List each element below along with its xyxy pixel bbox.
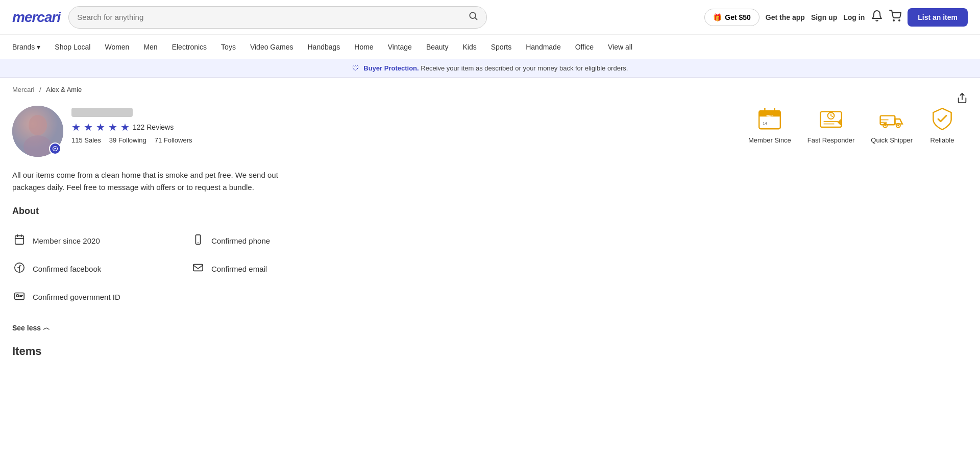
nav-item-home[interactable]: Home xyxy=(354,43,373,51)
buyer-protection-banner: 🛡 Buyer Protection. Receive your item as… xyxy=(0,59,980,78)
see-less-label: See less xyxy=(12,324,41,332)
badge-fast-responder: Fast Responder xyxy=(807,106,855,145)
about-confirmed-email-label: Confirmed email xyxy=(211,265,267,273)
following-count[interactable]: 39 Following xyxy=(109,136,146,144)
about-email: Confirmed email xyxy=(191,255,370,283)
search-input[interactable] xyxy=(77,13,468,21)
about-confirmed-phone-label: Confirmed phone xyxy=(211,236,270,245)
star-5: ★ xyxy=(120,121,130,133)
breadcrumb-separator: / xyxy=(39,86,41,93)
nav-item-handbags[interactable]: Handbags xyxy=(307,43,340,51)
chevron-up-icon: ︿ xyxy=(43,323,50,332)
logo: mercari xyxy=(12,9,60,26)
about-right-column: Confirmed phone Confirmed email xyxy=(191,227,370,311)
svg-point-24 xyxy=(897,125,899,126)
phone-icon xyxy=(191,234,205,248)
about-title: About xyxy=(12,206,968,217)
profile-name-placeholder xyxy=(71,108,133,117)
verified-badge xyxy=(49,142,61,155)
email-icon xyxy=(191,262,205,276)
svg-rect-36 xyxy=(195,235,200,244)
svg-point-3 xyxy=(899,20,900,21)
notifications-button[interactable] xyxy=(871,10,883,25)
gift-icon: 🎁 xyxy=(713,13,722,21)
sales-count[interactable]: 115 Sales xyxy=(71,136,101,144)
facebook-icon xyxy=(12,262,27,276)
cart-button[interactable] xyxy=(889,10,901,25)
badges-section: 2020 14 Member Since xyxy=(748,106,968,145)
nav-item-beauty[interactable]: Beauty xyxy=(426,43,449,51)
about-confirmed-id-label: Confirmed government ID xyxy=(33,293,120,301)
badge-reliable: Reliable xyxy=(929,106,955,145)
profile-section: ★ ★ ★ ★ ★ 122 Reviews 115 Sales 39 Follo… xyxy=(0,98,980,165)
list-item-button[interactable]: List an item xyxy=(908,8,968,27)
badge-member-since: 2020 14 Member Since xyxy=(748,106,791,145)
sign-up-link[interactable]: Sign up xyxy=(811,13,837,21)
shield-icon: 🛡 xyxy=(352,64,359,72)
svg-point-2 xyxy=(893,20,894,21)
svg-text:14: 14 xyxy=(763,121,767,126)
reliable-icon xyxy=(929,106,955,132)
nav-item-vintage[interactable]: Vintage xyxy=(388,43,412,51)
get-app-link[interactable]: Get the app xyxy=(766,13,805,21)
stats-row: 115 Sales 39 Following 71 Followers xyxy=(71,136,192,144)
nav-item-kids[interactable]: Kids xyxy=(463,43,477,51)
items-section: Items xyxy=(0,337,980,366)
nav-item-toys[interactable]: Toys xyxy=(221,43,236,51)
fast-responder-icon xyxy=(818,106,844,132)
quick-shipper-label: Quick Shipper xyxy=(871,136,913,145)
header-actions: 🎁 Get $50 Get the app Sign up Log in Lis… xyxy=(704,8,968,27)
get50-button[interactable]: 🎁 Get $50 xyxy=(704,9,760,26)
nav-item-video-games[interactable]: Video Games xyxy=(250,43,293,51)
search-button[interactable] xyxy=(468,11,478,23)
svg-marker-19 xyxy=(838,119,841,126)
items-title: Items xyxy=(12,345,968,358)
header: mercari 🎁 Get $50 Get the app Sign up Lo… xyxy=(0,0,980,35)
search-bar xyxy=(68,6,487,29)
followers-count[interactable]: 71 Followers xyxy=(155,136,192,144)
calendar-icon xyxy=(12,234,27,248)
nav-item-sports[interactable]: Sports xyxy=(491,43,511,51)
svg-point-33 xyxy=(16,295,19,297)
fast-responder-label: Fast Responder xyxy=(807,136,855,145)
about-government-id: Confirmed government ID xyxy=(12,283,191,311)
about-grid: Member since 2020 Confirmed facebook xyxy=(12,227,370,311)
quick-shipper-icon xyxy=(878,106,905,132)
svg-rect-27 xyxy=(15,236,24,245)
nav-item-brands[interactable]: Brands ▾ xyxy=(12,43,40,51)
breadcrumb-root[interactable]: Mercari xyxy=(12,86,34,93)
nav-item-electronics[interactable]: Electronics xyxy=(172,43,207,51)
stars-row: ★ ★ ★ ★ ★ 122 Reviews xyxy=(71,121,192,133)
member-since-label: Member Since xyxy=(748,136,791,145)
brands-label: Brands xyxy=(12,43,35,51)
nav-bar: Brands ▾ Shop Local Women Men Electronic… xyxy=(0,35,980,59)
svg-point-22 xyxy=(885,125,886,126)
log-in-link[interactable]: Log in xyxy=(843,13,865,21)
star-1: ★ xyxy=(71,121,81,133)
get50-label: Get $50 xyxy=(725,13,751,21)
nav-item-office[interactable]: Office xyxy=(575,43,594,51)
nav-item-women[interactable]: Women xyxy=(105,43,129,51)
breadcrumb-current: Alex & Amie xyxy=(46,86,82,93)
breadcrumb: Mercari / Alex & Amie xyxy=(0,78,980,98)
reliable-label: Reliable xyxy=(930,136,954,145)
nav-item-men[interactable]: Men xyxy=(143,43,157,51)
nav-item-handmade[interactable]: Handmade xyxy=(526,43,561,51)
svg-rect-38 xyxy=(193,265,203,271)
nav-item-view-all[interactable]: View all xyxy=(608,43,632,51)
about-left-column: Member since 2020 Confirmed facebook xyxy=(12,227,191,311)
buyer-protection-bold: Buyer Protection. xyxy=(363,64,419,72)
share-button[interactable] xyxy=(957,92,968,107)
star-2: ★ xyxy=(84,121,93,133)
about-member-since: Member since 2020 xyxy=(12,227,191,255)
nav-item-shop-local[interactable]: Shop Local xyxy=(55,43,90,51)
bio-text: All our items come from a clean home tha… xyxy=(12,169,304,194)
profile-info: ★ ★ ★ ★ ★ 122 Reviews 115 Sales 39 Follo… xyxy=(71,106,192,144)
badge-quick-shipper: Quick Shipper xyxy=(871,106,913,145)
svg-text:2020: 2020 xyxy=(766,114,774,118)
reviews-count[interactable]: 122 Reviews xyxy=(133,123,174,131)
see-less-button[interactable]: See less ︿ xyxy=(0,319,62,337)
about-section: About Member since 2020 xyxy=(0,206,980,319)
member-since-icon: 2020 14 xyxy=(756,106,783,132)
about-confirmed-facebook-label: Confirmed facebook xyxy=(33,265,101,273)
